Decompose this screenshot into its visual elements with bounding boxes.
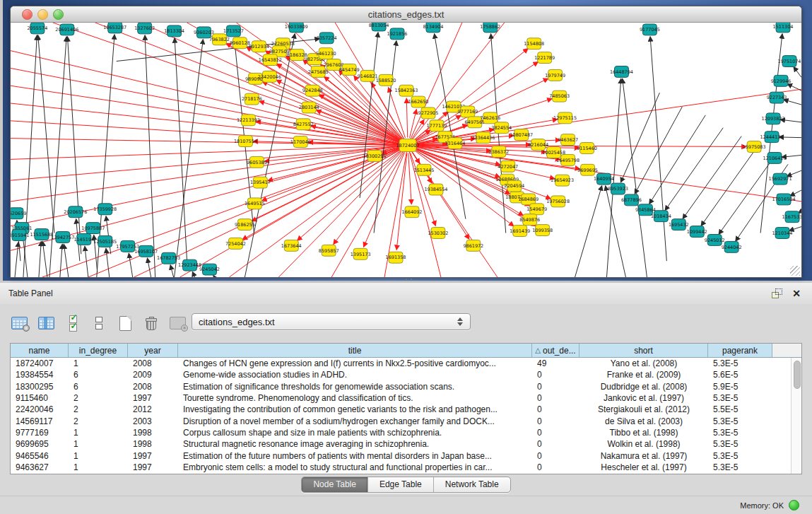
table-cell[interactable]: 5.3E-5 [708, 416, 772, 426]
graph-node[interactable]: 9146821 [358, 70, 378, 81]
graph-node[interactable]: 1395173 [351, 248, 371, 259]
graph-node[interactable]: 9242848 [302, 85, 323, 96]
table-cell[interactable]: Genome-wide association studies in ADHD. [178, 370, 532, 380]
vertical-scrollbar[interactable] [791, 358, 801, 474]
graph-node[interactable]: 9186255 [235, 219, 255, 230]
graph-node[interactable]: 8595857 [319, 245, 339, 256]
table-cell[interactable]: Franke et al. (2009) [579, 370, 708, 380]
graph-node[interactable]: 8813054 [369, 23, 389, 31]
table-row[interactable]: 911546021997Tourette syndrome. Phenomeno… [11, 392, 791, 404]
graph-node[interactable]: 8912934 [249, 41, 269, 52]
tab-node-table[interactable]: Node Table [302, 477, 368, 492]
graph-node[interactable]: 1979749 [545, 69, 565, 81]
graph-edge[interactable] [175, 38, 187, 261]
graph-node[interactable]: 19384554 [424, 184, 447, 195]
table-row[interactable]: 1456911722003Disruption of a novel membe… [11, 415, 791, 426]
tab-edge-table[interactable]: Edge Table [368, 477, 434, 492]
graph-node[interactable]: 1099358 [532, 225, 553, 236]
graph-node[interactable]: 1921856 [387, 28, 408, 40]
graph-edge[interactable] [665, 128, 723, 211]
table-cell[interactable]: 19384554 [11, 370, 69, 380]
graph-edge[interactable] [575, 186, 602, 277]
graph-edge[interactable] [15, 242, 18, 277]
table-cell[interactable]: Dudbridge et al. (2008) [579, 382, 708, 392]
graph-edge[interactable] [787, 84, 801, 91]
graph-node[interactable]: 2204594 [504, 180, 524, 192]
graph-node[interactable]: 7254042 [225, 238, 246, 249]
graph-edge[interactable] [192, 271, 194, 277]
table-cell[interactable]: 0 [532, 416, 579, 426]
panel-splitter-handle[interactable] [404, 278, 415, 281]
table-cell[interactable]: Tourette syndrome. Phenomenology and cla… [178, 393, 532, 403]
row-toggle-icon[interactable] [91, 315, 107, 332]
table-cell[interactable]: de Silva et al. (2003) [579, 416, 708, 426]
minimize-window-icon[interactable] [37, 9, 48, 20]
graph-node[interactable]: 15975083 [743, 141, 766, 153]
table-row[interactable]: 946362711997Embryonic stem cells: a mode… [11, 462, 791, 473]
close-panel-icon[interactable]: ✕ [792, 288, 801, 298]
graph-edge[interactable] [175, 40, 204, 277]
table-cell[interactable]: 2012 [128, 404, 178, 414]
table-cell[interactable]: 5.3E-5 [708, 358, 772, 368]
table-cell[interactable]: 0 [532, 404, 579, 414]
graph-node[interactable]: 6877896 [621, 194, 642, 206]
table-cell[interactable]: 0 [532, 462, 579, 472]
table-cell[interactable]: 1 [69, 462, 128, 472]
network-window[interactable]: citations_edges.txt 18724007205557420691… [10, 6, 802, 278]
graph-node[interactable]: 8357224 [317, 33, 337, 44]
table-row[interactable]: 1938455462009Genome-wide association stu… [11, 369, 791, 380]
graph-node[interactable]: 2055574 [28, 23, 48, 34]
graph-node[interactable]: 1673644 [281, 240, 302, 251]
graph-node[interactable]: 1813304 [164, 25, 184, 37]
graph-node[interactable]: 1018434 [651, 211, 671, 222]
graph-node[interactable]: 12444134 [760, 132, 784, 143]
graph-node[interactable]: 2620659 [11, 208, 26, 219]
table-cell[interactable]: Wolkin et al. (1998) [579, 439, 708, 449]
table-row[interactable]: 1872400712008Changes of HCN gene express… [11, 358, 791, 369]
graph-node[interactable]: 1513445 [414, 164, 435, 175]
graph-node[interactable]: 16448794 [610, 66, 633, 77]
graph-node[interactable]: 1777139 [427, 120, 447, 132]
delete-table-icon[interactable] [143, 315, 159, 332]
table-cell[interactable]: Investigating the contribution of common… [178, 404, 532, 414]
tab-network-table[interactable]: Network Table [434, 477, 510, 492]
graph-node[interactable]: 1167533 [782, 211, 801, 223]
graph-edge[interactable] [11, 146, 408, 181]
table-cell[interactable]: 1 [69, 451, 128, 461]
graph-edge[interactable] [106, 248, 110, 277]
graph-edge[interactable] [213, 275, 215, 277]
graph-node[interactable]: 8216044 [528, 139, 548, 151]
graph-node[interactable]: 1099442 [687, 226, 707, 238]
table-cell[interactable]: 18300295 [11, 382, 69, 392]
graph-edge[interactable] [42, 241, 47, 277]
graph-node[interactable]: 10807487 [510, 129, 533, 141]
table-cell[interactable]: 2008 [128, 358, 178, 368]
graph-node[interactable]: 1511304 [773, 23, 794, 33]
table-settings-icon[interactable] [11, 315, 28, 332]
column-header-out_de[interactable]: △out_de... [532, 344, 579, 358]
graph-edge[interactable] [148, 258, 151, 277]
table-cell[interactable]: Tibbo et al. (1998) [579, 428, 708, 438]
table-row[interactable]: 1830029562008Estimation of significance … [11, 381, 791, 392]
graph-edge[interactable] [408, 153, 412, 204]
window-resize-grip[interactable] [790, 266, 800, 276]
table-cell[interactable]: Yano et al. (2008) [579, 358, 708, 368]
table-cell[interactable]: Hescheler et al. (1997) [579, 462, 708, 472]
graph-node[interactable]: 12505185 [93, 235, 117, 247]
graph-node[interactable]: 20206576 [64, 206, 87, 218]
graph-node[interactable]: 1154808 [524, 38, 544, 49]
graph-node[interactable]: 3824554 [491, 122, 512, 134]
graph-node[interactable]: 1327602 [134, 23, 155, 34]
graph-node[interactable]: 9227343 [767, 92, 787, 103]
table-cell[interactable]: Embryonic stem cells: a model to study s… [178, 462, 532, 472]
column-header-year[interactable]: year [128, 344, 178, 358]
table-cell[interactable]: 49 [532, 358, 579, 368]
graph-node[interactable]: 1588520 [376, 74, 396, 86]
table-cell[interactable]: 1 [69, 358, 128, 368]
graph-node[interactable]: 9272905 [418, 107, 439, 119]
table-cell[interactable]: Changes of HCN gene expression and I(f) … [178, 358, 532, 368]
table-cell[interactable]: 5.6E-5 [708, 370, 772, 380]
graph-edge[interactable] [701, 144, 760, 226]
network-window-titlebar[interactable]: citations_edges.txt [11, 6, 801, 23]
table-cell[interactable]: 5.3E-5 [708, 428, 772, 438]
